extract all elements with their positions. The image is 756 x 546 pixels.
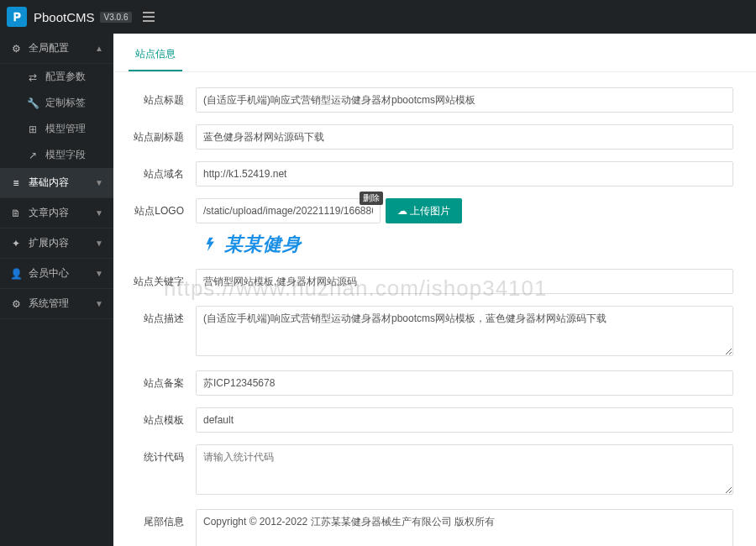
chevron-down-icon: ▼: [95, 269, 103, 278]
textarea-site-desc[interactable]: (自适应手机端)响应式营销型运动健身器材pbootcms网站模板，蓝色健身器材网…: [196, 306, 733, 356]
logo-preview: 某某健身: [196, 232, 733, 257]
sidebar: ⚙ 全局配置 ▲ ⇄配置参数 🔧定制标签 ⊞模型管理 ↗模型字段 ≡ 基础内容 …: [0, 34, 113, 546]
cloud-upload-icon: ☁: [397, 205, 407, 217]
textarea-site-footer[interactable]: Copyright © 2012-2022 江苏某某健身器械生产有限公司 版权所…: [196, 509, 733, 546]
label-site-icp: 站点备案: [129, 370, 196, 391]
delete-badge[interactable]: 删除: [360, 192, 383, 205]
input-site-logo-path[interactable]: [196, 198, 381, 223]
app-logo: [7, 7, 27, 27]
chevron-down-icon: ▼: [95, 239, 103, 248]
label-site-logo: 站点LOGO: [129, 198, 196, 218]
label-site-desc: 站点描述: [129, 306, 196, 326]
sidebar-group-system[interactable]: ⚙ 系统管理 ▼: [0, 289, 113, 319]
input-site-subtitle[interactable]: [196, 124, 733, 150]
external-icon: ↗: [27, 150, 39, 161]
list-icon: ≡: [10, 177, 22, 189]
input-site-tpl[interactable]: [196, 407, 733, 433]
label-site-footer: 尾部信息: [129, 509, 196, 529]
sidebar-group-article[interactable]: 🗎 文章内容 ▼: [0, 198, 113, 228]
label-site-domain: 站点域名: [129, 161, 196, 181]
tab-site-info[interactable]: 站点信息: [129, 39, 182, 71]
input-site-icp[interactable]: [196, 370, 733, 396]
document-icon: 🗎: [10, 207, 22, 219]
upload-button[interactable]: ☁ 上传图片: [386, 198, 462, 223]
chevron-down-icon: ▼: [95, 208, 103, 218]
sliders-icon: ⇄: [27, 71, 39, 83]
logo-text: 某某健身: [224, 232, 302, 257]
main-content: 站点信息 站点标题 站点副标题 站点域名 站点LOGO 删除: [113, 34, 756, 546]
expand-icon: ✦: [10, 238, 22, 249]
sidebar-group-member[interactable]: 👤 会员中心 ▼: [0, 259, 113, 289]
sidebar-item-config[interactable]: ⇄配置参数: [0, 64, 113, 90]
user-icon: 👤: [10, 268, 22, 280]
sidebar-group-basic[interactable]: ≡ 基础内容 ▼: [0, 168, 113, 198]
version-badge: V3.0.6: [100, 12, 133, 23]
label-site-keywords: 站点关键字: [129, 269, 196, 289]
grid-icon: ⊞: [27, 123, 39, 135]
gear-icon: ⚙: [10, 298, 22, 310]
sidebar-group-global[interactable]: ⚙ 全局配置 ▲: [0, 34, 113, 64]
label-site-stats: 统计代码: [129, 444, 196, 465]
input-site-keywords[interactable]: [196, 269, 733, 294]
topbar: PbootCMS V3.0.6: [0, 0, 756, 34]
input-site-title[interactable]: [196, 87, 733, 113]
sidebar-item-tags[interactable]: 🔧定制标签: [0, 90, 113, 116]
tabbar: 站点信息: [113, 39, 756, 72]
label-site-subtitle: 站点副标题: [129, 124, 196, 144]
chevron-down-icon: ▼: [95, 299, 103, 308]
sidebar-label: 全局配置: [29, 41, 69, 55]
sidebar-item-model[interactable]: ⊞模型管理: [0, 116, 113, 142]
site-form: 站点标题 站点副标题 站点域名 站点LOGO 删除 ☁: [113, 72, 756, 546]
sidebar-item-fields[interactable]: ↗模型字段: [0, 142, 113, 168]
brand-name: PbootCMS: [34, 10, 95, 24]
wrench-icon: 🔧: [27, 97, 39, 109]
menu-toggle-icon[interactable]: [139, 7, 159, 27]
textarea-site-stats[interactable]: [196, 444, 733, 495]
input-site-domain[interactable]: [196, 161, 733, 186]
gear-icon: ⚙: [10, 43, 22, 55]
sidebar-group-extend[interactable]: ✦ 扩展内容 ▼: [0, 228, 113, 259]
chevron-down-icon: ▼: [95, 178, 103, 187]
fitness-icon: [196, 232, 221, 257]
label-site-title: 站点标题: [129, 87, 196, 108]
label-site-tpl: 站点模板: [129, 407, 196, 428]
chevron-up-icon: ▲: [95, 44, 103, 53]
